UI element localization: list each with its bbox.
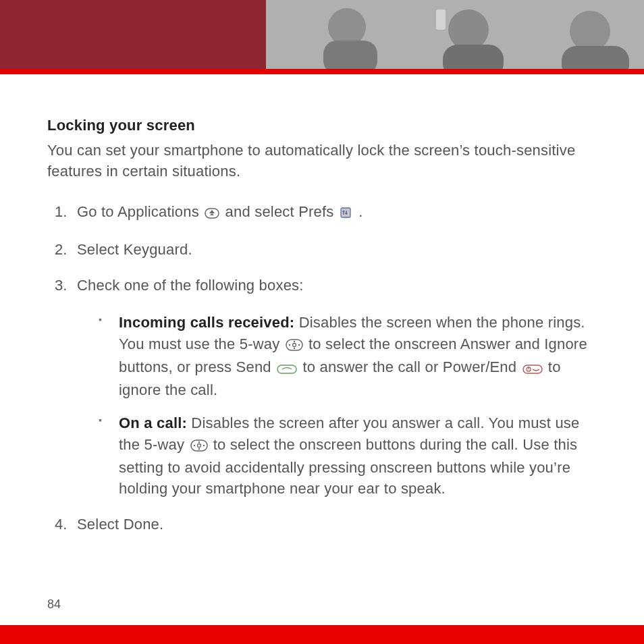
svg-point-26	[193, 444, 194, 446]
red-divider-top	[0, 69, 644, 74]
option-on-call-title: On a call:	[119, 414, 191, 431]
svg-rect-5	[436, 9, 446, 30]
send-key-icon	[277, 358, 297, 379]
five-way-icon	[286, 336, 303, 356]
page-content: Locking your screen You can set your sma…	[0, 74, 644, 535]
option-incoming-title: Incoming calls received:	[119, 314, 299, 331]
svg-point-25	[197, 444, 200, 447]
five-way-icon	[190, 436, 208, 457]
step-2: Select Keyguard.	[72, 239, 597, 260]
option-on-call: On a call: Disables the screen after you…	[99, 412, 597, 499]
svg-point-1	[328, 8, 366, 46]
svg-point-13	[345, 212, 347, 214]
svg-rect-4	[443, 45, 504, 69]
svg-point-29	[198, 448, 199, 449]
svg-point-27	[203, 444, 204, 446]
svg-point-15	[292, 343, 296, 346]
step-3: Check one of the following boxes: Incomi…	[72, 275, 597, 499]
page-number: 84	[47, 597, 61, 612]
svg-point-17	[298, 344, 300, 345]
option-incoming-c: to answer the call or Power/End	[302, 358, 520, 375]
header-banner	[0, 0, 644, 69]
svg-point-16	[289, 344, 290, 345]
step-4: Select Done.	[72, 514, 597, 535]
intro-paragraph: You can set your smartphone to automatic…	[47, 140, 597, 182]
svg-rect-7	[562, 46, 629, 69]
option-list: Incoming calls received: Disables the sc…	[99, 312, 597, 499]
step-1-text-c: .	[358, 203, 363, 220]
svg-point-18	[294, 340, 295, 342]
svg-point-12	[342, 210, 344, 212]
step-1-text-a: Go to Applications	[77, 203, 203, 220]
header-photo	[266, 0, 644, 69]
power-end-key-icon	[522, 358, 543, 379]
svg-rect-2	[323, 41, 377, 69]
svg-point-3	[448, 9, 489, 50]
prefs-icon	[340, 203, 353, 224]
step-1-text-b: and select Prefs	[225, 203, 338, 220]
option-incoming: Incoming calls received: Disables the sc…	[99, 312, 597, 400]
svg-point-28	[198, 441, 199, 442]
section-heading: Locking your screen	[47, 115, 597, 136]
svg-point-6	[570, 11, 610, 51]
applications-icon	[205, 203, 219, 224]
svg-point-19	[294, 347, 295, 348]
step-1: Go to Applications and select Prefs .	[72, 201, 597, 224]
step-3-text: Check one of the following boxes:	[77, 277, 304, 294]
red-footer-bar	[0, 625, 644, 644]
step-list: Go to Applications and select Prefs . Se…	[47, 201, 597, 535]
svg-rect-20	[277, 365, 296, 373]
